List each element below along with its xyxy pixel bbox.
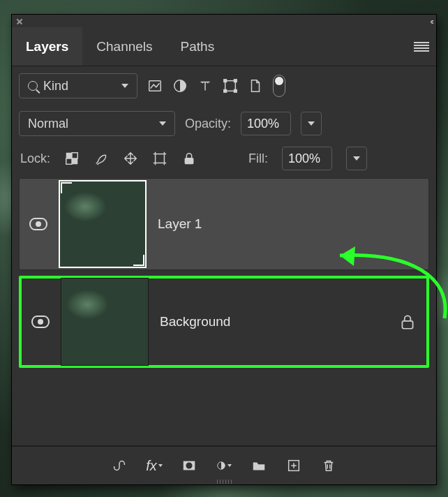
layers-panel: ‹‹ Layers Channels Paths Kind	[11, 14, 437, 485]
tab-paths[interactable]: Paths	[167, 27, 229, 66]
svg-rect-3	[224, 80, 227, 82]
filter-pixel-icon[interactable]	[147, 78, 163, 94]
visibility-toggle[interactable]	[29, 218, 47, 230]
collapse-icon[interactable]: ‹‹	[430, 16, 432, 27]
blend-mode-value: Normal	[28, 117, 68, 131]
panel-footer: fx	[12, 445, 436, 484]
fill-input[interactable]	[282, 147, 332, 170]
tab-channels[interactable]: Channels	[82, 27, 166, 66]
adjustment-layer-icon[interactable]	[216, 458, 232, 473]
resize-grip[interactable]	[203, 480, 245, 484]
svg-rect-11	[156, 154, 165, 163]
close-icon[interactable]	[16, 17, 23, 24]
layer-mask-icon[interactable]	[181, 458, 197, 473]
layer-fx-icon[interactable]: fx	[147, 458, 162, 473]
lock-position-icon[interactable]	[123, 151, 138, 166]
opacity-input[interactable]	[241, 112, 291, 135]
chevron-down-icon	[159, 121, 166, 126]
lock-label: Lock:	[20, 151, 50, 166]
svg-rect-10	[66, 158, 72, 164]
layer-thumbnail[interactable]	[59, 180, 147, 268]
filter-kind-dropdown[interactable]: Kind	[19, 73, 137, 98]
lock-all-icon[interactable]	[181, 151, 197, 166]
fill-label[interactable]: Fill:	[248, 151, 268, 166]
panel-menu-icon[interactable]	[414, 42, 429, 52]
chevron-down-icon	[227, 464, 232, 467]
svg-rect-8	[72, 158, 77, 164]
lock-paint-icon[interactable]	[94, 151, 109, 166]
svg-rect-9	[72, 153, 77, 158]
lock-row: Lock: Fill:	[12, 142, 436, 175]
new-layer-icon[interactable]	[286, 458, 301, 473]
filter-row: Kind	[12, 66, 436, 105]
svg-rect-4	[234, 80, 237, 82]
opacity-label[interactable]: Opacity:	[185, 117, 231, 131]
opacity-stepper[interactable]	[301, 112, 322, 135]
filter-toggle[interactable]	[273, 75, 285, 97]
visibility-toggle[interactable]	[31, 316, 50, 328]
layer-row[interactable]: Background	[19, 276, 429, 368]
filter-kind-label: Kind	[43, 79, 68, 94]
filter-shape-icon[interactable]	[223, 78, 238, 94]
chevron-down-icon	[121, 84, 128, 88]
svg-rect-7	[66, 153, 72, 158]
filter-adjustment-icon[interactable]	[172, 78, 188, 94]
lock-transparency-icon[interactable]	[64, 151, 80, 166]
filter-smartobject-icon[interactable]	[248, 78, 263, 94]
svg-rect-5	[224, 90, 227, 93]
panel-tabs: Layers Channels Paths	[12, 27, 436, 66]
group-icon[interactable]	[251, 458, 267, 473]
svg-rect-12	[185, 158, 194, 164]
tab-layers[interactable]: Layers	[12, 27, 82, 66]
svg-rect-6	[234, 90, 237, 93]
fill-stepper[interactable]	[346, 147, 367, 170]
link-layers-icon[interactable]	[112, 458, 127, 473]
chevron-down-icon	[353, 156, 360, 161]
layer-list: Layer 1 Background	[12, 175, 436, 445]
layer-name[interactable]: Layer 1	[158, 216, 202, 232]
lock-icon[interactable]	[398, 313, 417, 331]
blend-row: Normal Opacity:	[12, 105, 436, 142]
svg-rect-13	[402, 321, 412, 329]
layer-row[interactable]: Layer 1	[19, 178, 429, 270]
svg-point-15	[186, 462, 192, 468]
search-icon	[28, 81, 38, 91]
chevron-down-icon	[308, 121, 315, 126]
delete-layer-icon[interactable]	[321, 458, 336, 473]
blend-mode-dropdown[interactable]: Normal	[19, 111, 175, 136]
layer-thumbnail[interactable]	[61, 278, 149, 366]
lock-artboard-icon[interactable]	[152, 151, 167, 166]
layer-name[interactable]: Background	[160, 314, 230, 329]
filter-type-icon[interactable]	[197, 78, 213, 94]
panel-handle: ‹‹	[12, 15, 436, 27]
